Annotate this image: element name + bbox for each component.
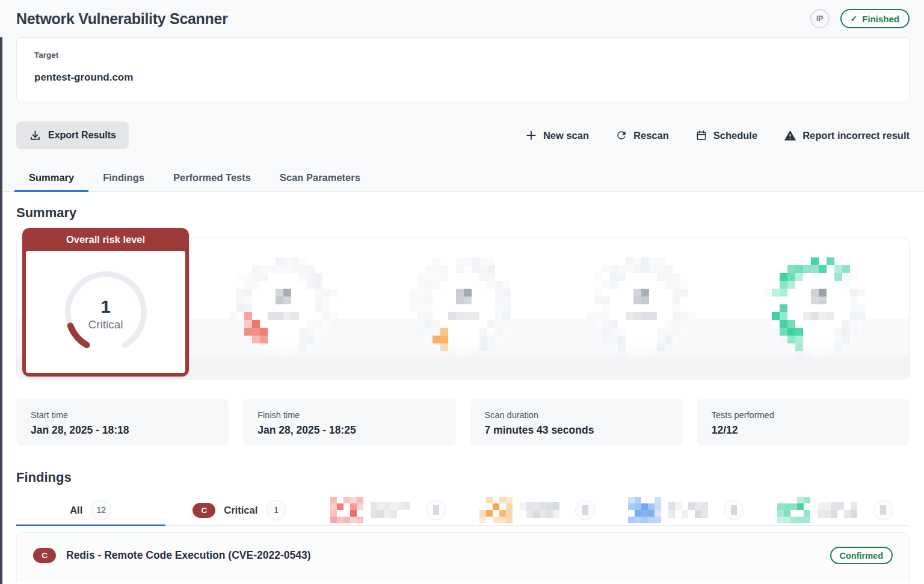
status-label: Finished xyxy=(862,14,899,24)
finish-time-value: Jan 28, 2025 - 18:25 xyxy=(257,424,441,437)
confirmed-badge: Confirmed xyxy=(830,547,893,564)
findings-heading: Findings xyxy=(16,470,910,485)
critical-count: 1 xyxy=(100,297,111,317)
filter-critical-label: Critical xyxy=(224,505,257,516)
tab-performed-tests[interactable]: Performed Tests xyxy=(159,164,265,191)
scan-duration-label: Scan duration xyxy=(485,410,668,420)
filter-critical-count: 1 xyxy=(266,500,286,520)
scan-stats-row: Start time Jan 28, 2025 - 18:18 Finish t… xyxy=(16,399,910,446)
tests-performed-value: 12/12 xyxy=(712,424,895,437)
tests-performed-label: Tests performed xyxy=(712,410,895,420)
export-results-button[interactable]: Export Results xyxy=(16,121,129,149)
ip-badge[interactable]: IP xyxy=(810,9,830,28)
left-edge-divider xyxy=(0,37,2,584)
refresh-icon xyxy=(615,129,627,141)
target-label: Target xyxy=(34,51,892,60)
export-results-label: Export Results xyxy=(48,130,116,141)
high-gauge-redacted xyxy=(229,257,338,359)
finding-row-redis[interactable]: C Redis - Remote Code Execution (CVE-202… xyxy=(33,547,893,564)
high-filter-redacted[interactable] xyxy=(314,495,463,525)
medium-filter-redacted[interactable] xyxy=(463,495,612,525)
findings-list-card: C Redis - Remote Code Execution (CVE-202… xyxy=(16,532,910,582)
overall-risk-card: Overall risk level 1 Critical xyxy=(22,228,189,377)
tab-summary[interactable]: Summary xyxy=(14,164,88,191)
findings-filter-bar: All 12 C Critical 1 xyxy=(16,495,910,526)
schedule-label: Schedule xyxy=(713,130,757,141)
start-time-label: Start time xyxy=(31,410,214,420)
info-gauge-redacted xyxy=(764,257,873,359)
new-scan-label: New scan xyxy=(543,130,589,141)
info-filter-redacted[interactable] xyxy=(761,495,910,525)
plus-icon xyxy=(525,129,537,141)
calendar-icon xyxy=(695,129,707,141)
report-incorrect-result-button[interactable]: Report incorrect result xyxy=(784,129,910,142)
filter-all[interactable]: All 12 xyxy=(16,495,165,525)
page-header: Network Vulnerability Scanner IP ✓ Finis… xyxy=(0,0,924,164)
report-incorrect-result-label: Report incorrect result xyxy=(802,130,910,141)
start-time-card: Start time Jan 28, 2025 - 18:18 xyxy=(16,399,229,446)
low-filter-redacted[interactable] xyxy=(612,495,761,525)
finding-title: Redis - Remote Code Execution (CVE-2022-… xyxy=(66,549,820,562)
critical-severity-pill: C xyxy=(192,503,215,518)
scan-duration-value: 7 minutes 43 seconds xyxy=(485,424,668,437)
download-icon xyxy=(29,129,42,142)
start-time-value: Jan 28, 2025 - 18:18 xyxy=(31,424,214,437)
finding-severity-pill: C xyxy=(33,548,56,563)
filter-critical[interactable]: C Critical 1 xyxy=(165,495,315,525)
target-value: pentest-ground.com xyxy=(34,72,892,84)
page-title: Network Vulnerability Scanner xyxy=(16,10,228,28)
target-card: Target pentest-ground.com xyxy=(16,37,910,102)
tab-findings[interactable]: Findings xyxy=(88,164,159,191)
tests-performed-card: Tests performed 12/12 xyxy=(697,399,910,446)
finish-time-label: Finish time xyxy=(257,410,441,420)
finish-time-card: Finish time Jan 28, 2025 - 18:25 xyxy=(243,399,455,446)
filter-all-count: 12 xyxy=(91,500,111,520)
overall-risk-title: Overall risk level xyxy=(26,228,185,251)
schedule-button[interactable]: Schedule xyxy=(695,129,757,141)
check-icon: ✓ xyxy=(851,14,858,23)
critical-gauge: 1 Critical xyxy=(58,265,153,360)
warning-icon xyxy=(784,129,796,142)
filter-all-label: All xyxy=(70,505,82,516)
scan-duration-card: Scan duration 7 minutes 43 seconds xyxy=(470,399,683,446)
low-gauge-redacted xyxy=(587,257,696,359)
main-tabbar: Summary Findings Performed Tests Scan Pa… xyxy=(0,164,924,192)
rescan-label: Rescan xyxy=(633,130,669,141)
new-scan-button[interactable]: New scan xyxy=(525,129,589,141)
rescan-button[interactable]: Rescan xyxy=(615,129,669,141)
medium-gauge-redacted xyxy=(409,257,519,359)
summary-gauges-panel: Overall risk level 1 Critical xyxy=(16,238,910,380)
critical-label: Critical xyxy=(88,318,123,331)
status-badge: ✓ Finished xyxy=(840,9,910,28)
tab-scan-parameters[interactable]: Scan Parameters xyxy=(265,164,375,191)
summary-heading: Summary xyxy=(16,205,910,221)
